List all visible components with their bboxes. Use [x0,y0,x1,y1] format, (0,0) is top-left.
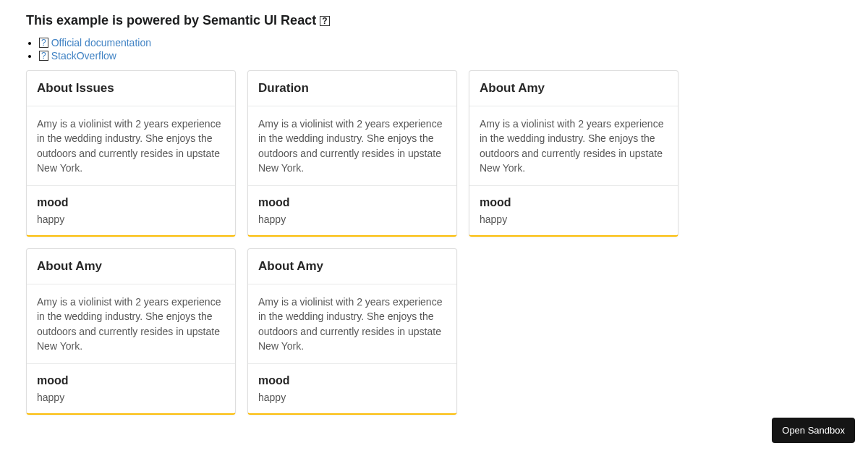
official-documentation-link[interactable]: ?Official documentation [39,37,151,48]
link-label: Official documentation [51,37,151,48]
card-about-amy[interactable]: About Amy Amy is a violinist with 2 year… [26,248,236,415]
external-link-icon: ? [320,16,329,26]
card-about-amy[interactable]: About Amy Amy is a violinist with 2 year… [247,248,457,415]
card-header: About Amy [258,259,446,274]
card-description: Amy is a violinist with 2 years experien… [258,295,446,353]
mood-value: happy [37,392,225,403]
mood-value: happy [480,214,668,225]
page-title-text: This example is powered by Semantic UI R… [26,13,316,28]
stackoverflow-link[interactable]: ?StackOverflow [39,50,116,62]
mood-label: mood [480,196,668,209]
mood-label: mood [37,374,225,387]
card-group: About Issues Amy is a violinist with 2 y… [20,64,848,421]
page-title: This example is powered by Semantic UI R… [26,13,842,28]
list-item: ?StackOverflow [39,50,842,62]
card-description: Amy is a violinist with 2 years experien… [480,117,668,175]
card-description: Amy is a violinist with 2 years experien… [37,117,225,175]
mood-value: happy [37,214,225,225]
mood-value: happy [258,392,446,403]
mood-label: mood [258,196,446,209]
mood-label: mood [37,196,225,209]
card-header: About Amy [37,259,225,274]
mood-label: mood [258,374,446,387]
card-description: Amy is a violinist with 2 years experien… [258,117,446,175]
mood-value: happy [258,214,446,225]
link-list: ?Official documentation ?StackOverflow [26,37,842,62]
link-label: StackOverflow [51,50,116,62]
card-header: About Amy [480,81,668,96]
card-about-issues[interactable]: About Issues Amy is a violinist with 2 y… [26,70,236,237]
book-icon: ? [39,38,48,48]
card-header: About Issues [37,81,225,96]
stack-overflow-icon: ? [39,51,48,61]
card-about-amy[interactable]: About Amy Amy is a violinist with 2 year… [469,70,678,237]
card-description: Amy is a violinist with 2 years experien… [37,295,225,353]
open-sandbox-button[interactable]: Open Sandbox [772,418,855,443]
list-item: ?Official documentation [39,37,842,48]
card-duration[interactable]: Duration Amy is a violinist with 2 years… [247,70,457,237]
card-header: Duration [258,81,446,96]
